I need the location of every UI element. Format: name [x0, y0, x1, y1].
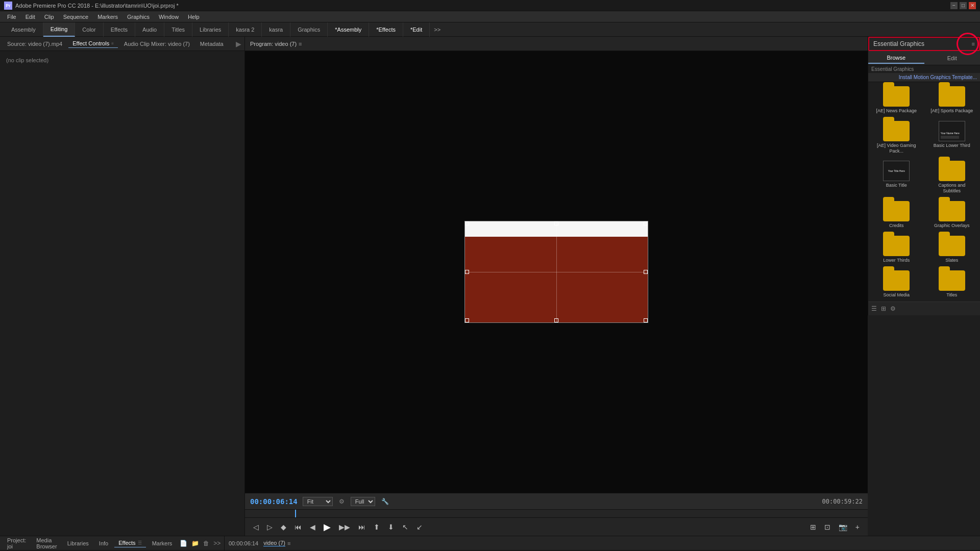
eg-grid-view-icon[interactable]: ⊞: [880, 304, 887, 313]
monitor-settings-icon[interactable]: ⚙: [338, 497, 346, 506]
ws-tab-titles[interactable]: Titles: [164, 22, 192, 37]
eg-list-view-icon[interactable]: ☰: [870, 304, 878, 313]
template-ae-news-package[interactable]: [AE] News Package: [870, 84, 923, 116]
template-label-ae-gaming: [AE] Video Gaming Pack...: [873, 143, 919, 154]
tab-metadata[interactable]: Metadata: [196, 40, 228, 48]
menu-sequence[interactable]: Sequence: [59, 13, 93, 21]
tab-effects[interactable]: Effects ☰: [114, 539, 145, 547]
fit-select[interactable]: Fit 25% 50% 100%: [303, 497, 333, 506]
overwrite-button[interactable]: ↙: [413, 521, 426, 533]
tab-media-browser[interactable]: Media Browser: [32, 536, 61, 550]
eg-settings-icon[interactable]: ⚙: [889, 304, 897, 313]
essential-graphics-menu-icon[interactable]: ≡: [972, 41, 975, 47]
insert-button[interactable]: ↖: [399, 521, 411, 533]
crop-handle-mr[interactable]: [644, 270, 648, 274]
step-back-button[interactable]: ◀: [307, 521, 318, 533]
safe-margins-button[interactable]: ⊡: [821, 521, 834, 533]
ws-tab-color[interactable]: Color: [75, 22, 103, 37]
eg-tab-browse[interactable]: Browse: [868, 53, 924, 64]
tab-source[interactable]: Source: video (7).mp4: [3, 40, 66, 48]
template-slates[interactable]: Slates: [926, 234, 978, 265]
extract-button[interactable]: ⬇: [385, 521, 397, 533]
menu-markers[interactable]: Markers: [93, 13, 122, 21]
template-graphic-overlays[interactable]: Graphic Overlays: [926, 199, 978, 231]
ws-more-button[interactable]: >>: [430, 24, 445, 35]
monitor-wrench-icon[interactable]: 🔧: [380, 497, 390, 506]
play-button[interactable]: ▶: [321, 520, 334, 534]
ws-tab-libraries[interactable]: Libraries: [192, 22, 229, 37]
quality-select[interactable]: Full 1/2 1/4: [351, 497, 375, 506]
ws-tab-audio[interactable]: Audio: [135, 22, 164, 37]
crop-handle-bc[interactable]: [554, 318, 558, 322]
ws-tab-editing[interactable]: Editing: [43, 22, 76, 37]
ws-tab-graphics[interactable]: Graphics: [290, 22, 328, 37]
compare-button[interactable]: ⊞: [807, 521, 819, 533]
effects-folder-icon[interactable]: 📁: [190, 539, 201, 547]
ws-tab-kasra[interactable]: kasra: [262, 22, 290, 37]
menu-graphics[interactable]: Graphics: [123, 13, 154, 21]
template-basic-lower-third[interactable]: Your Name Here Basic Lower Third: [926, 119, 978, 156]
lift-button[interactable]: ⬆: [371, 521, 383, 533]
tab-markers[interactable]: Markers: [148, 539, 177, 547]
playhead-scrubber[interactable]: [245, 509, 868, 517]
template-lower-thirds[interactable]: Lower Thirds: [870, 234, 923, 265]
sequence-menu-icon[interactable]: ≡: [287, 540, 290, 546]
close-button[interactable]: ✕: [969, 2, 976, 9]
template-titles[interactable]: Titles: [926, 268, 978, 300]
ws-tab-effects2[interactable]: *Effects: [369, 22, 403, 37]
left-panel-expand[interactable]: ▶: [236, 40, 241, 48]
settings-button[interactable]: +: [852, 521, 863, 533]
ws-tab-kasra2[interactable]: kasra 2: [229, 22, 262, 37]
effects-expand-icon[interactable]: >>: [212, 539, 222, 547]
crop-handle-ml[interactable]: [465, 270, 469, 274]
crop-handle-tl[interactable]: [465, 221, 469, 226]
effect-controls-menu-icon[interactable]: ≡: [111, 41, 114, 46]
crop-handle-tr[interactable]: [644, 221, 648, 226]
mark-in-button[interactable]: ◁: [250, 521, 262, 533]
menu-edit[interactable]: Edit: [21, 13, 39, 21]
menu-help[interactable]: Help: [184, 13, 204, 21]
crop-handle-br[interactable]: [644, 318, 648, 322]
template-credits[interactable]: Credits: [870, 199, 923, 231]
template-folder-icon: [939, 161, 965, 181]
tab-project[interactable]: Project: joi: [3, 536, 30, 550]
menu-window[interactable]: Window: [155, 13, 183, 21]
program-monitor-menu-icon[interactable]: ≡: [299, 41, 302, 47]
eg-tab-edit[interactable]: Edit: [924, 53, 981, 63]
template-folder-icon: [883, 236, 910, 256]
tab-info[interactable]: Info: [95, 539, 112, 547]
tab-effect-controls[interactable]: Effect Controls ≡: [68, 39, 118, 48]
current-timecode[interactable]: 00:00:06:14: [250, 497, 298, 506]
step-forward-button[interactable]: ▶▶: [336, 521, 353, 533]
tab-libraries[interactable]: Libraries: [63, 539, 93, 547]
template-social-media[interactable]: Social Media: [870, 268, 923, 300]
template-ae-sports-package[interactable]: [AE] Sports Package: [926, 84, 978, 116]
sequence-label[interactable]: video (7): [263, 540, 285, 546]
ws-tab-assembly[interactable]: Assembly: [4, 22, 43, 37]
maximize-button[interactable]: □: [960, 2, 967, 9]
tab-audio-clip-mixer[interactable]: Audio Clip Mixer: video (7): [120, 40, 194, 48]
export-frame-button[interactable]: 📷: [836, 521, 850, 533]
crop-handle-tc[interactable]: [554, 221, 558, 226]
ws-tab-edit2[interactable]: *Edit: [403, 22, 430, 37]
mark-out-button[interactable]: ▷: [264, 521, 276, 533]
prev-keyframe-button[interactable]: ⏮: [291, 521, 305, 533]
bottom-section: Project: joi Media Browser Libraries Inf…: [0, 536, 980, 551]
effects-delete-icon[interactable]: 🗑: [202, 539, 211, 547]
crop-handle-bl[interactable]: [465, 318, 469, 322]
playback-extras: ⊞ ⊡ 📷 +: [807, 521, 863, 533]
next-keyframe-button[interactable]: ⏭: [355, 521, 369, 533]
template-folder-icon: [939, 86, 965, 107]
add-marker-button[interactable]: ◆: [278, 521, 289, 533]
menu-file[interactable]: File: [3, 13, 20, 21]
duration-display: 00:00:59:22: [822, 498, 863, 505]
template-captions-subtitles[interactable]: Captions and Subtitles: [926, 159, 978, 196]
template-basic-title[interactable]: Your Title Here Basic Title: [870, 159, 923, 196]
minimize-button[interactable]: −: [950, 2, 958, 9]
ws-tab-assembly2[interactable]: *Assembly: [328, 22, 369, 37]
install-motion-graphics-button[interactable]: Install Motion Graphics Template...: [868, 73, 980, 82]
menu-clip[interactable]: Clip: [40, 13, 58, 21]
effects-new-icon[interactable]: 📄: [178, 539, 189, 547]
template-ae-video-gaming[interactable]: [AE] Video Gaming Pack...: [870, 119, 923, 156]
ws-tab-effects[interactable]: Effects: [104, 22, 135, 37]
